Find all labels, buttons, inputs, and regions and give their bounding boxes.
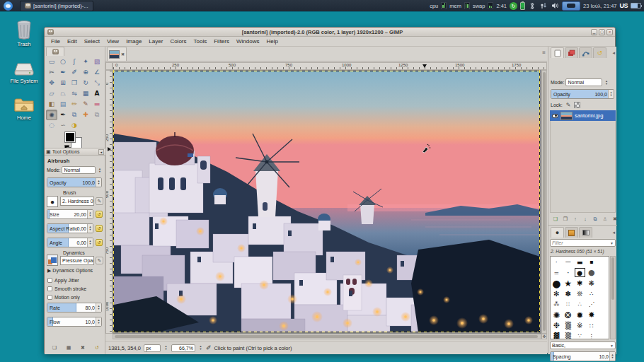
save-tool-preset-icon[interactable]: ❏ (50, 344, 59, 351)
menu-filters[interactable]: Filters (210, 38, 233, 45)
swap-monitor-graph[interactable] (488, 2, 493, 9)
brush-cell[interactable]: ▬ (574, 257, 586, 267)
layer-name[interactable]: santorini.jpg (575, 112, 603, 119)
brushes-tab-menu-icon[interactable]: ◂ (612, 230, 615, 235)
tool-ink[interactable]: ✒ (57, 110, 69, 120)
duplicate-layer-icon[interactable]: ⧉ (591, 215, 599, 223)
layer-row-santorini[interactable]: santorini.jpg (550, 110, 616, 121)
menu-view[interactable]: View (103, 38, 122, 45)
brush-cell[interactable]: ★ (563, 278, 575, 288)
brush-cell[interactable]: ⁂ (551, 299, 563, 310)
layers-list[interactable] (550, 121, 616, 213)
bluetooth-icon[interactable] (528, 1, 536, 10)
brush-cell[interactable]: ✽ (563, 288, 575, 299)
zoom-select[interactable]: 66,7% (171, 344, 195, 352)
dynamics-options-expander[interactable]: ▶ Dynamics Options (47, 268, 93, 274)
ruler-corner-button[interactable] (105, 62, 113, 70)
tool-rotate[interactable]: ↻ (80, 78, 91, 88)
brush-cell[interactable]: ∷ (586, 320, 598, 331)
tool-align[interactable]: ⊞ (57, 78, 69, 88)
brush-cell[interactable]: = (551, 267, 563, 278)
brush-cell[interactable]: ● (574, 267, 586, 278)
volume-icon[interactable] (551, 1, 559, 10)
tool-perspective[interactable]: ⏢ (57, 88, 69, 99)
menu-tools[interactable]: Tools (190, 38, 211, 45)
menu-windows[interactable]: Windows (233, 38, 263, 45)
tool-blend[interactable]: ▤ (57, 99, 69, 110)
tool-smudge[interactable]: ∽ (57, 120, 69, 131)
horizontal-ruler[interactable]: 02505007501000125015001750 (113, 62, 547, 70)
flow-slider[interactable]: Flow 10,0 ▲▼ (47, 317, 102, 327)
tool-flip[interactable]: ⇋ (69, 88, 80, 99)
reset-size-icon[interactable]: ↺ (96, 211, 103, 218)
menu-layer[interactable]: Layer (145, 38, 166, 45)
tool-free-select[interactable]: ʃ (69, 57, 80, 67)
menu-colors[interactable]: Colors (166, 38, 190, 45)
tool-select-by-color[interactable]: ▧ (91, 57, 103, 67)
raise-layer-icon[interactable]: ↑ (571, 215, 580, 223)
lock-alpha-icon[interactable] (574, 102, 580, 108)
applications-menu-icon[interactable] (4, 1, 13, 11)
brush-cell[interactable]: — (563, 257, 575, 267)
menu-image[interactable]: Image (122, 38, 145, 45)
tool-paths[interactable]: ✒ (57, 67, 69, 78)
tool-text[interactable]: A (91, 88, 103, 99)
tool-measure[interactable]: ∠ (91, 67, 103, 78)
patterns-tab[interactable] (565, 227, 578, 238)
desktop-icon-trash[interactable]: Trash (3, 20, 45, 47)
brush-cell[interactable]: ❋ (586, 278, 598, 288)
tool-airbrush[interactable]: ✺ (46, 110, 57, 120)
tool-perspective-clone[interactable]: ⧉ (91, 110, 103, 120)
new-group-icon[interactable]: ❒ (561, 215, 570, 223)
keyboard-layout-indicator[interactable]: US (619, 2, 628, 9)
checkbox-row-apply-jitter[interactable]: Apply Jitter (45, 276, 105, 284)
undo-history-tab[interactable]: ↺ (593, 47, 606, 58)
brush-cell[interactable]: · (551, 257, 563, 267)
brush-name-entry[interactable]: 2. Hardness 050 (60, 197, 94, 206)
toolbox-tab[interactable] (46, 47, 64, 56)
horizontal-scrollbar[interactable] (113, 334, 541, 339)
tab-menu-icon[interactable]: ◂ (98, 149, 104, 155)
rate-slider[interactable]: Rate 80,0 ▲▼ (47, 303, 102, 313)
brush-thumbnail[interactable]: ● (47, 196, 58, 207)
brush-cell[interactable]: ▒ (563, 320, 575, 331)
zoom-spinner[interactable]: ▲▼ (198, 345, 203, 351)
tool-cage-transform[interactable]: ▦ (80, 88, 91, 99)
layer-visibility-icon[interactable] (552, 114, 558, 118)
brush-cell[interactable]: ✸ (586, 310, 598, 320)
brush-cell[interactable]: ⋰ (586, 299, 598, 310)
size-slider[interactable]: Size 20,00 ▲▼ (47, 209, 93, 219)
image-tab[interactable]: ✖ (107, 47, 127, 61)
reset-tool-options-icon[interactable]: ↺ (93, 344, 101, 351)
desktop-icon-home[interactable]: Home (3, 96, 45, 121)
lock-pixels-icon[interactable]: ✎ (566, 102, 571, 108)
menu-help[interactable]: Help (263, 38, 281, 45)
brush-cell[interactable]: ▓ (551, 331, 563, 339)
mode-select[interactable]: Normal (62, 166, 96, 174)
menu-file[interactable]: File (47, 38, 64, 45)
checkbox-row-motion-only[interactable]: Motion only (45, 293, 105, 301)
tool-paintbrush[interactable]: ✎ (80, 99, 91, 110)
brush-cell[interactable]: ✺ (551, 310, 563, 320)
anchor-layer-icon[interactable]: ⚓ (601, 215, 609, 223)
vertical-ruler[interactable]: 02505007501000 (105, 70, 113, 334)
tool-zoom[interactable]: ⊕ (80, 67, 91, 78)
new-layer-icon[interactable]: ❏ (551, 215, 560, 223)
close-button[interactable]: ✕ (606, 29, 613, 35)
minimize-button[interactable]: ▁ (591, 29, 597, 35)
tool-pencil[interactable]: ✏ (69, 99, 80, 110)
checkbox[interactable] (47, 278, 52, 283)
tool-shear[interactable]: ▱ (46, 88, 57, 99)
tool-scissors[interactable]: ✂ (46, 67, 57, 78)
opacity-slider[interactable]: Opacity 100,0 ▲▼ (47, 177, 102, 187)
brush-cell[interactable]: ∷ (563, 299, 575, 310)
tool-crop[interactable]: ❐ (69, 78, 80, 88)
clock[interactable]: 23 Ιούλ, 21:47 (583, 3, 616, 9)
reset-aspect-icon[interactable]: ↺ (96, 225, 103, 232)
tool-bucket-fill[interactable]: ◧ (46, 99, 57, 110)
foreground-color-swatch[interactable] (64, 132, 76, 143)
updates-icon[interactable]: ↻ (510, 2, 517, 10)
edit-dynamics-icon[interactable]: ✎ (96, 257, 103, 264)
layer-opacity-slider[interactable]: Opacity 100,0 ▲▼ (551, 89, 614, 99)
checkbox-row-smooth-stroke[interactable]: Smooth stroke (45, 284, 105, 293)
